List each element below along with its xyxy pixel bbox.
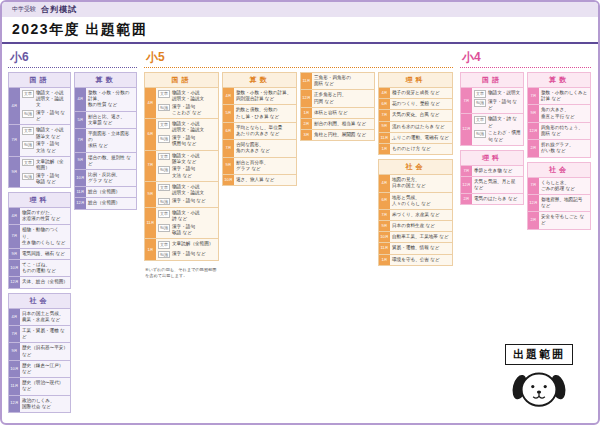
round-badge: 9月 <box>145 182 156 207</box>
round-badge: 10月 <box>75 170 86 186</box>
scope-text: 四則混合計算 など <box>236 96 291 102</box>
scope-text: もののとけ方 など <box>392 146 431 152</box>
grade-columns: 国語4月文章物語文・小説説明文・論説文知識漢字・語句ことわざ など6月文章物語文… <box>144 72 453 279</box>
scope-text: たし算・ひき算 など <box>236 114 279 120</box>
scope-row: 12月総合（全範囲） <box>75 198 136 208</box>
scope-lines: 漢字・語句 など <box>172 198 206 204</box>
scope-row: 4月種子の発芽と成長 など <box>379 88 452 99</box>
scope-lines: 平面図形・立体図形の求積 など <box>88 131 134 150</box>
scope-text: ことわざ・慣用句 など <box>488 130 521 142</box>
scope-lines: 約数と倍数、分数のたし算・ひき算 など <box>236 107 279 119</box>
scope-item: 総合（全範囲） <box>88 189 134 195</box>
round-badge: 6月 <box>145 119 156 149</box>
scope-row-body: 天気の変化、台風 など <box>390 110 452 120</box>
scope-text: 電気回路、磁石 など <box>22 251 65 257</box>
round-badge: 11月 <box>75 187 86 197</box>
scope-row: 1月環境を守る、公害 など <box>379 255 452 265</box>
subject-header: 国語 <box>9 73 70 88</box>
scope-text: 季節と生き物 など <box>474 168 512 174</box>
scope-row: 9月電気回路、磁石 など <box>9 249 70 260</box>
round-badge: 12月 <box>461 114 472 144</box>
grade-section-g4: 小4国語7月文章物語文・説明文知識漢字・語句 など12月文章物語文・詩 など知識… <box>460 49 591 230</box>
scope-item: 知識漢字・語句敬語 など <box>22 173 68 185</box>
dog-mascot-icon <box>508 367 570 411</box>
scope-lines: 漢字・語句敬語 など <box>172 224 195 236</box>
scope-lines: 割合の利用、相当算 など <box>314 121 366 127</box>
subject-block-sansu: 算数4月整数・小数・分数の計算、四則混合計算 など5月約数と倍数、分数のたし算・… <box>222 72 297 186</box>
scope-lines: 物語文・小説説明文・論説文 <box>36 90 68 109</box>
round-badge: 4月 <box>145 88 156 118</box>
scope-row-body: 体積と容積 など <box>312 108 374 118</box>
scope-row-body: 電気のはたらき など <box>472 194 523 204</box>
round-badge: 7月 <box>461 88 472 113</box>
round-badge: 6月 <box>223 123 234 139</box>
scope-text: 総合（全範囲） <box>88 189 120 195</box>
scope-text: 文章読解（全範囲） <box>36 159 68 171</box>
subject-block-rika: 理科7月季節と生き物 など12月天気と気温、月と星 など2月電気のはたらき など <box>460 150 524 206</box>
scope-row: 4月文章物語文・小説説明文・論説文知識漢字・語句ことわざ など <box>145 88 218 119</box>
scope-text: 計算 など <box>541 96 587 102</box>
round-badge: 9月 <box>528 105 539 121</box>
scope-item: 場合の数、規則性 など <box>88 155 134 167</box>
scope-row: 9月角の大きさ、垂直と平行 など <box>528 105 590 122</box>
scope-text: 環境を守る、公害 など <box>392 257 440 263</box>
scope-row-body: 文章物語文・小説詩 など知識漢字・語句敬語 など <box>156 208 218 238</box>
scope-lines: 整数・小数・分数の計算、数の性質 など <box>88 90 134 109</box>
round-badge: 9月 <box>9 343 20 359</box>
round-badge: 7月 <box>461 166 472 176</box>
scope-lines: 天体、総合（全範囲） <box>22 279 68 285</box>
scope-lines: 漢字・語句慣用句 など <box>172 135 196 147</box>
scope-item: 文章物語文・小説説明文・論説文 <box>158 121 216 133</box>
category-label: 知識 <box>158 104 170 112</box>
subject-block-kokugo: 国語4月文章物語文・小説説明文・論説文知識漢字・語句 など7月文章物語文・小説随… <box>8 72 71 188</box>
scope-text: 文法 など <box>36 148 59 154</box>
round-badge: 9月 <box>9 249 20 259</box>
scope-row-body: 割合の利用、相当算 など <box>312 119 374 129</box>
scope-text: 政治のしくみ、 <box>22 398 55 404</box>
scope-row-body: 電気回路、磁石 など <box>20 249 70 259</box>
subject-header: 算数 <box>75 73 136 88</box>
scope-text: 面積 など <box>541 131 583 137</box>
subject-block-sansu-b: 11月三角形・四角形の面積 など12月正多角形と円、円周 など1月体積と容積 な… <box>300 72 375 141</box>
scope-row-body: 約数と倍数、分数のたし算・ひき算 など <box>234 105 296 121</box>
scope-row: 9月場合の数、規則性 など <box>75 153 136 170</box>
scope-item: 地図の見方、日本の国土 など <box>392 177 450 189</box>
scope-row-body: 割合と比、速さ、文章題 など <box>86 112 136 128</box>
scope-item: 四角形の特ちょう、面積 など <box>541 125 588 137</box>
scope-text: 都道府県、地図記号 など <box>541 197 588 209</box>
round-badge: 10月 <box>223 175 234 185</box>
scope-row: 11月総合（全範囲） <box>75 187 136 198</box>
scope-text: 日本の食料生産 など <box>392 223 435 229</box>
scope-row: 9月歴史（旧石器〜平安） など <box>9 343 70 360</box>
scope-row: 7月米づくり、水産業 など <box>379 210 452 221</box>
scope-text: 農業・水産業 など <box>22 317 64 323</box>
scope-row-body: 三角形・四角形の面積 など <box>312 73 374 89</box>
scope-item: 文章物語文・小説説明文・論説文 <box>158 90 216 102</box>
scope-row-body: 文章物語文・小説説明文・論説文知識漢字・語句慣用句 など <box>156 119 218 149</box>
scope-row-body: 歴史（鎌倉〜江戸） など <box>20 361 70 377</box>
scope-item: 都道府県、地図記号 など <box>541 197 588 209</box>
scope-lines: 電気回路、磁石 など <box>22 251 65 257</box>
scope-lines: 花のつくり、受粉 など <box>392 101 440 107</box>
scope-item: てこ・ばね、ものの運動 など <box>22 262 68 274</box>
round-badge: 4月 <box>379 175 390 191</box>
subject-header: 算数 <box>528 73 590 88</box>
round-badge: 2月 <box>528 140 539 156</box>
scope-text: 漢字・語句 など <box>488 99 521 111</box>
scope-lines: 総合（全範囲） <box>88 189 120 195</box>
scope-row: 1月もののとけ方 など <box>379 144 452 154</box>
scope-item: 知識漢字・語句ことわざ など <box>158 104 216 116</box>
scope-row: 7月合同な図形、角の大きさ など <box>223 140 296 157</box>
category-label: 知識 <box>158 251 170 259</box>
scope-row-body: ふりこの運動、電磁石 など <box>390 133 452 143</box>
scope-lines: 流れる水のはたらき など <box>392 124 445 130</box>
scope-item: 割合の利用、相当算 など <box>314 121 372 127</box>
scope-text: 整数・小数・分数の計算、 <box>88 90 134 102</box>
round-badge: 12月 <box>461 177 472 193</box>
scope-row: 12月四角形の特ちょう、面積 など <box>528 123 590 140</box>
subject-column: 算数4月整数・小数・分数の計算、四則混合計算 など5月約数と倍数、分数のたし算・… <box>222 72 297 186</box>
grade-section-g6: 小6国語4月文章物語文・小説説明文・論説文知識漢字・語句 など7月文章物語文・小… <box>8 49 137 413</box>
footnote: ※いずれの回も、それまでの既習範囲を含めて出題します。 <box>144 267 219 279</box>
subject-block-shakai: 社会4月地図の見方、日本の国土 など6月地形と気候、人々のくらし など7月米づく… <box>378 159 453 266</box>
scope-item: 知識漢字・語句文法 など <box>22 141 68 153</box>
